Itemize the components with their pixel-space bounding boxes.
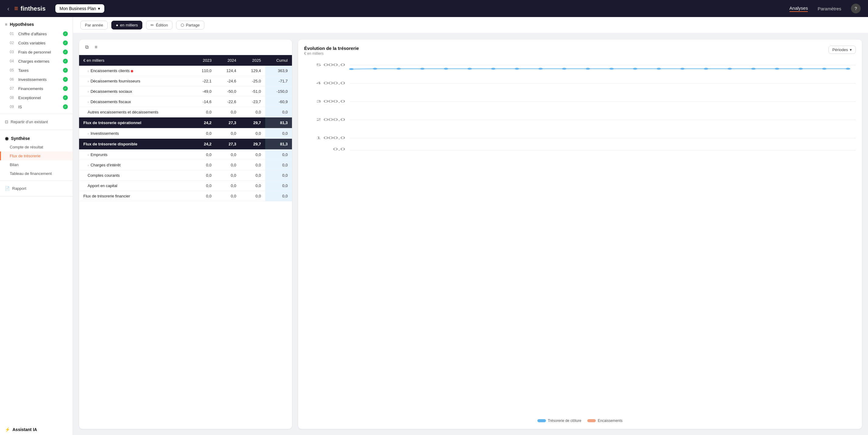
col-2024-header: 2024 — [216, 55, 241, 66]
sidebar-item-bilan[interactable]: Bilan — [0, 160, 73, 169]
period-chevron-icon: ▾ — [850, 48, 852, 52]
svg-point-12 — [349, 68, 354, 70]
plan-button[interactable]: Mon Business Plan ▾ — [55, 4, 104, 13]
table-row: ›Charges d'intérêt — [79, 160, 191, 170]
sidebar-item-flux-tresorerie[interactable]: Flux de trésorerie — [0, 152, 73, 160]
par-annee-button[interactable]: Par année — [80, 21, 108, 30]
legend-tresorerie-dot — [537, 419, 546, 422]
svg-point-32 — [822, 68, 827, 70]
sidebar-item-frais-personnel[interactable]: 03 Frais de personnel ✓ — [0, 48, 73, 57]
repartir-icon: ⊡ — [5, 120, 8, 124]
svg-point-24 — [633, 68, 638, 70]
chart-area: 5 000,0 4 000,0 3 000,0 2 000,0 1 000,0 … — [304, 61, 856, 416]
repartir-action[interactable]: ⊡ Repartir d'un existant — [0, 117, 73, 127]
svg-point-33 — [845, 68, 850, 70]
toolbar: Par année ● en milliers ✏ Édition ⬡ Part… — [73, 17, 868, 33]
table-row: Flux de trésorerie disponible — [79, 139, 191, 150]
back-button[interactable]: ‹ — [7, 5, 9, 12]
legend-encaissements-label: Encaissements — [598, 418, 622, 423]
svg-point-16 — [444, 68, 448, 70]
parametres-link[interactable]: Paramètres — [817, 6, 841, 11]
chart-title-area: Évolution de la trésorerie € en milliers — [304, 45, 359, 56]
sidebar-item-investissements[interactable]: 06 Investissements ✓ — [0, 75, 73, 84]
period-label: Périodes — [832, 48, 848, 52]
check-icon: ✓ — [63, 59, 68, 64]
edition-icon: ✏ — [151, 23, 154, 27]
content-area: ⧉ ≡ € en milliers 2023 2024 2025 Cumul — [73, 33, 868, 435]
sidebar-item-financements[interactable]: 07 Financements ✓ — [0, 84, 73, 93]
svg-text:5 000,0: 5 000,0 — [316, 63, 345, 67]
svg-point-13 — [373, 68, 377, 70]
cash-flow-table: € en milliers 2023 2024 2025 Cumul ›Enca… — [79, 55, 292, 201]
analyses-link[interactable]: Analyses — [789, 5, 808, 12]
edition-button[interactable]: ✏ Édition — [146, 21, 173, 30]
check-icon: ✓ — [63, 40, 68, 45]
table-list-button[interactable]: ≡ — [93, 43, 98, 51]
sidebar: ≡ Hypothèses 01 Chiffre d'affaires ✓ 02 … — [0, 17, 73, 435]
svg-text:2 000,0: 2 000,0 — [316, 118, 345, 122]
sidebar-item-taxes[interactable]: 05 Taxes ✓ — [0, 66, 73, 75]
sidebar-item-is[interactable]: 09 IS ✓ — [0, 102, 73, 111]
table-row: Apport en capital — [79, 181, 191, 191]
partage-button[interactable]: ⬡ Partage — [176, 21, 205, 30]
app-name: finthesis — [21, 5, 45, 12]
check-icon: ✓ — [63, 86, 68, 91]
sidebar-assistant[interactable]: ⚡ Assistant IA — [0, 424, 73, 435]
legend-tresorerie-label: Trésorerie de clôture — [548, 418, 581, 423]
check-icon: ✓ — [63, 31, 68, 36]
svg-point-30 — [775, 68, 779, 70]
table-row: Autres encaissements et décaissements — [79, 107, 191, 117]
en-milliers-icon: ● — [116, 23, 118, 27]
col-cumul-header: Cumul — [265, 55, 292, 66]
rapport-icon: 📄 — [5, 186, 10, 191]
table-row: ›Décaissements sociaux — [79, 86, 191, 97]
rapport-label: Rapport — [12, 186, 26, 191]
sidebar-rapport[interactable]: 📄 Rapport — [0, 183, 73, 194]
col-2023-header: 2023 — [191, 55, 216, 66]
sidebar-item-compte-resultat[interactable]: Compte de résultat — [0, 143, 73, 152]
partage-label: Partage — [186, 23, 200, 27]
sidebar-item-couts-variables[interactable]: 02 Coûts variables ✓ — [0, 38, 73, 48]
divider4 — [0, 196, 73, 196]
hypotheses-section: ≡ Hypothèses — [0, 17, 73, 29]
table-row: Comptes courants — [79, 170, 191, 181]
svg-point-19 — [515, 68, 520, 70]
svg-point-21 — [562, 68, 567, 70]
synthese-title: Synthèse — [11, 136, 30, 141]
check-icon: ✓ — [63, 50, 68, 55]
svg-point-14 — [396, 68, 401, 70]
sidebar-item-charges-externes[interactable]: 04 Charges externes ✓ — [0, 57, 73, 66]
plan-chevron-icon: ▾ — [98, 6, 100, 11]
svg-point-28 — [727, 68, 732, 70]
assistant-label: Assistant IA — [12, 427, 37, 432]
sidebar-item-chiffre-affaires[interactable]: 01 Chiffre d'affaires ✓ — [0, 29, 73, 38]
table-row: ›Emprunts — [79, 150, 191, 160]
en-milliers-button[interactable]: ● en milliers — [111, 21, 142, 30]
hypotheses-title: Hypothèses — [10, 22, 34, 27]
table-panel-header: ⧉ ≡ — [79, 39, 292, 55]
chart-svg: 5 000,0 4 000,0 3 000,0 2 000,0 1 000,0 … — [304, 61, 856, 152]
table-panel: ⧉ ≡ € en milliers 2023 2024 2025 Cumul — [79, 39, 292, 429]
sidebar-item-tableau-financement[interactable]: Tableau de financement — [0, 169, 73, 178]
table-copy-button[interactable]: ⧉ — [84, 43, 90, 51]
chart-subtitle: € en milliers — [304, 52, 359, 56]
svg-point-27 — [704, 68, 709, 70]
svg-point-23 — [609, 68, 614, 70]
table-row: ›Investissements — [79, 128, 191, 139]
divider3 — [0, 180, 73, 181]
check-icon: ✓ — [63, 68, 68, 73]
col-2025-header: 2025 — [241, 55, 265, 66]
period-button[interactable]: Périodes ▾ — [829, 45, 856, 54]
svg-point-26 — [680, 68, 685, 70]
synthese-section: ◉ Synthèse — [0, 132, 73, 143]
svg-point-20 — [538, 68, 543, 70]
svg-text:4 000,0: 4 000,0 — [316, 81, 345, 85]
repartir-label: Repartir d'un existant — [11, 120, 48, 124]
table-row: ›Décaissements fiscaux — [79, 97, 191, 107]
svg-text:0,0: 0,0 — [333, 147, 345, 151]
topnav: ‹ ≡ finthesis Mon Business Plan ▾ Analys… — [0, 0, 868, 17]
partage-icon: ⬡ — [181, 23, 184, 27]
sidebar-item-exceptionnel[interactable]: 08 Exceptionnel ✓ — [0, 93, 73, 102]
table-row: Flux de trésorerie opérationnel — [79, 117, 191, 128]
user-avatar[interactable]: ? — [851, 4, 861, 13]
